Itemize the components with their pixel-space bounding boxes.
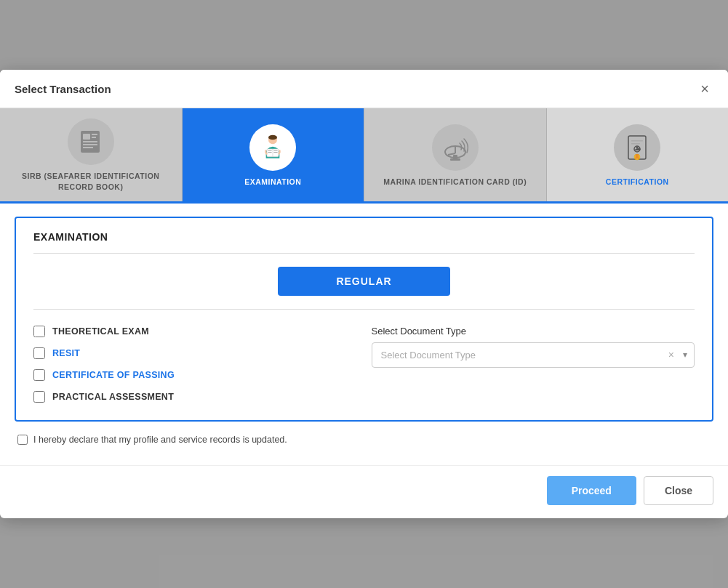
svg-rect-5	[83, 144, 97, 145]
declare-row: I hereby declare that my profile and ser…	[15, 435, 713, 445]
sirb-icon	[68, 118, 114, 165]
svg-rect-14	[274, 152, 278, 153]
checkbox-theoretical: THEORETICAL EXAM	[33, 326, 357, 337]
svg-rect-6	[83, 147, 93, 148]
tab-certification-label: CERTIFICATION	[606, 177, 669, 188]
cop-label: CERTIFICATE OF PASSING	[52, 370, 175, 380]
tab-examination[interactable]: EXAMINATION	[183, 108, 365, 201]
exam-panel-title: EXAMINATION	[33, 231, 695, 243]
select-clear-icon[interactable]: ×	[668, 349, 674, 361]
checkboxes-column: THEORETICAL EXAM RESIT CERTIFICATE OF PA…	[33, 326, 357, 403]
regular-btn-wrap: REGULAR	[33, 267, 695, 296]
proceed-button[interactable]: Proceed	[547, 476, 636, 505]
declare-text: I hereby declare that my profile and ser…	[33, 435, 287, 445]
cert-icon	[614, 124, 660, 171]
theoretical-label: THEORETICAL EXAM	[52, 326, 149, 337]
options-row: THEORETICAL EXAM RESIT CERTIFICATE OF PA…	[33, 326, 695, 403]
tab-sirb-label: SIRB (SEAFARER IDENTIFICATION RECORD BOO…	[7, 171, 175, 192]
divider-2	[33, 309, 695, 310]
resit-checkbox[interactable]	[33, 347, 45, 359]
doc-type-label: Select Document Type	[372, 326, 695, 337]
tab-certification[interactable]: CERTIFICATION	[547, 108, 729, 201]
divider-1	[33, 253, 695, 254]
tab-examination-label: EXAMINATION	[244, 177, 301, 188]
svg-rect-3	[92, 137, 96, 138]
select-transaction-modal: Select Transaction × SIR	[0, 70, 728, 517]
checkbox-practical: PRACTICAL ASSESSMENT	[33, 391, 357, 403]
tab-marina[interactable]: MARINA IDENTIFICATION CARD (ID)	[364, 108, 547, 201]
svg-rect-13	[274, 150, 278, 151]
svg-rect-11	[268, 150, 272, 151]
svg-line-17	[448, 153, 455, 155]
modal-body: EXAMINATION REGULAR THEORETICAL EXAM	[0, 217, 728, 459]
svg-rect-21	[631, 140, 643, 142]
checkbox-resit: RESIT	[33, 347, 357, 359]
tabs-row: SIRB (SEAFARER IDENTIFICATION RECORD BOO…	[0, 108, 728, 203]
regular-button[interactable]: REGULAR	[278, 267, 449, 296]
declare-checkbox[interactable]	[17, 435, 28, 445]
checkbox-cop: CERTIFICATE OF PASSING	[33, 369, 357, 381]
modal-footer: Proceed Close	[0, 465, 728, 518]
svg-rect-12	[268, 152, 272, 153]
svg-rect-19	[450, 158, 460, 161]
svg-rect-2	[92, 134, 97, 135]
theoretical-checkbox[interactable]	[33, 326, 45, 337]
svg-rect-4	[83, 141, 97, 142]
modal-title: Select Transaction	[15, 83, 111, 95]
select-wrapper: Select Document Type × ▾	[372, 342, 695, 368]
tab-marina-label: MARINA IDENTIFICATION CARD (ID)	[383, 177, 527, 188]
close-footer-button[interactable]: Close	[644, 476, 713, 505]
practical-label: PRACTICAL ASSESSMENT	[52, 392, 174, 402]
practical-checkbox[interactable]	[33, 391, 45, 403]
marina-icon	[432, 124, 479, 171]
exam-panel: EXAMINATION REGULAR THEORETICAL EXAM	[15, 217, 713, 422]
cop-checkbox[interactable]	[33, 369, 45, 381]
modal-close-button[interactable]: ×	[696, 80, 713, 97]
svg-rect-22	[631, 143, 640, 145]
modal-header: Select Transaction ×	[0, 70, 728, 108]
tab-sirb[interactable]: SIRB (SEAFARER IDENTIFICATION RECORD BOO…	[0, 108, 183, 201]
doc-type-column: Select Document Type Select Document Typ…	[372, 326, 695, 403]
exam-icon	[249, 124, 296, 171]
modal-overlay: Select Transaction × SIR	[0, 0, 728, 588]
resit-label: RESIT	[52, 348, 80, 358]
doc-type-select[interactable]: Select Document Type	[372, 342, 695, 368]
svg-rect-1	[83, 134, 90, 140]
